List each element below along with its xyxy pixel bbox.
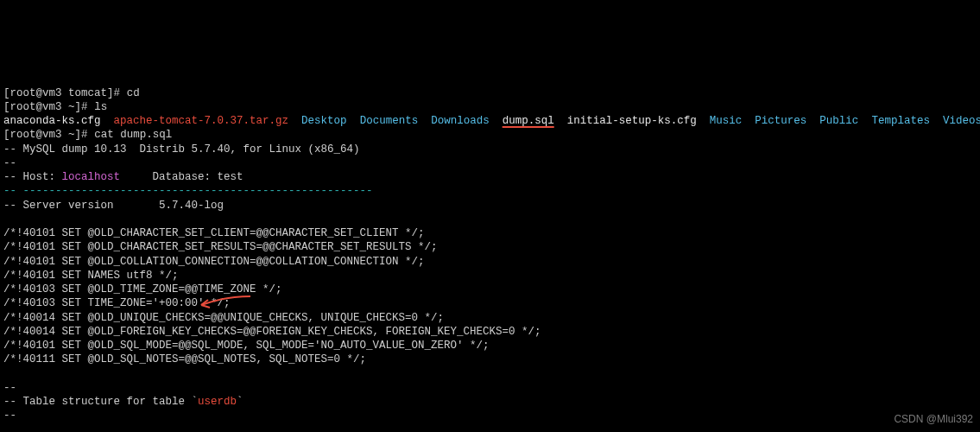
dump-set-line: /*!40101 SET @OLD_COLLATION_CONNECTION=@… (3, 256, 425, 268)
ls-output: anaconda-ks.cfg apache-tomcat-7.0.37.tar… (3, 115, 980, 127)
dump-set-line: /*!40014 SET @OLD_UNIQUE_CHECKS=@@UNIQUE… (3, 312, 444, 324)
dump-set-line: /*!40111 SET @OLD_SQL_NOTES=@@SQL_NOTES,… (3, 353, 366, 365)
prompt-line-2: [root@vm3 ~]# ls (3, 101, 107, 113)
dump-set-line: /*!40101 SET NAMES utf8 */; (3, 270, 179, 282)
dump-host-line: -- Host: localhost Database: test (3, 171, 243, 183)
dump-set-line: /*!40014 SET @OLD_FOREIGN_KEY_CHECKS=@@F… (3, 326, 541, 338)
dump-server-line: -- Server version 5.7.40-log (3, 200, 224, 212)
dump-dash-line: -- -------------------------------------… (3, 185, 373, 197)
prompt-line-1: [root@vm3 tomcat]# cd (3, 87, 140, 99)
dump-set-line: /*!40103 SET TIME_ZONE='+00:00' */; (3, 297, 231, 309)
dump-set-line: /*!40101 SET @OLD_CHARACTER_SET_RESULTS=… (3, 241, 438, 253)
prompt-line-3: [root@vm3 ~]# cat dump.sql (3, 129, 172, 141)
dump-comment: -- (3, 382, 16, 394)
watermark-text: CSDN @Mlui392 (894, 413, 973, 427)
terminal-output[interactable]: [root@vm3 tomcat]# cd [root@vm3 ~]# ls a… (0, 70, 980, 432)
dump-set-line: /*!40101 SET @OLD_SQL_MODE=@@SQL_MODE, S… (3, 340, 490, 352)
dump-set-line: /*!40101 SET @OLD_CHARACTER_SET_CLIENT=@… (3, 227, 425, 239)
dump-comment: -- (3, 410, 16, 422)
dump-set-line: /*!40103 SET @OLD_TIME_ZONE=@@TIME_ZONE … (3, 283, 282, 295)
dump-line: -- MySQL dump 10.13 Distrib 5.7.40, for … (3, 143, 360, 156)
dump-comment: -- Table structure for table `userdb` (3, 396, 243, 408)
dump-line: -- (3, 157, 16, 169)
